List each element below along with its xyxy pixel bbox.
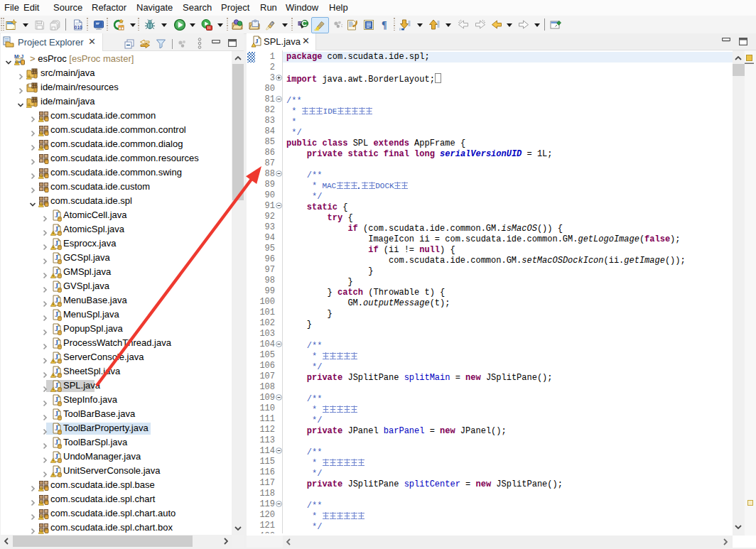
svg-text:J: J xyxy=(255,38,259,45)
svg-text:¶: ¶ xyxy=(382,20,387,31)
svg-text:010: 010 xyxy=(75,25,82,30)
